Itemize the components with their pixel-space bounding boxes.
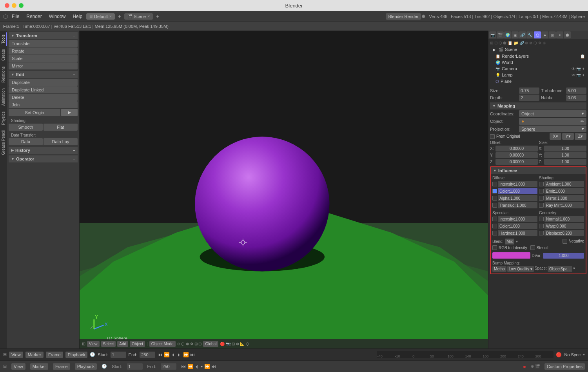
object-edit[interactable]: ✏ (581, 119, 584, 124)
view-button[interactable]: View (87, 341, 100, 347)
menu-file[interactable]: File (9, 13, 22, 20)
start-frame-input[interactable] (111, 352, 126, 358)
specular-color-check[interactable] (492, 224, 497, 228)
geometry-displace-bar[interactable]: Displace: 0.200 (544, 230, 584, 236)
mirror-button[interactable]: Mirror (9, 62, 78, 69)
rtab-particles[interactable]: ✦ (556, 31, 563, 38)
color-swatch[interactable] (492, 252, 530, 259)
minimize-button[interactable] (12, 3, 16, 8)
diffuse-alpha-check[interactable] (492, 196, 497, 201)
rtab-scene[interactable]: 🎬 (497, 31, 504, 38)
menu-render[interactable]: Render (23, 13, 45, 20)
side-tab-create[interactable]: Create (0, 47, 7, 63)
playback-button[interactable]: Playback (65, 352, 88, 358)
tab-scene-close-icon[interactable]: × (147, 14, 150, 18)
bump-quality[interactable]: Low Quality ▾ (507, 266, 534, 272)
specular-intensity-check[interactable] (492, 217, 497, 221)
specular-hardnes-bar[interactable]: Hardnes: 1.000 (498, 230, 537, 236)
lamp-eye[interactable]: 👁 (572, 73, 575, 77)
viewport[interactable]: X Y Z (1) Sphere ⊞ View Select Add Objec… (80, 31, 488, 348)
tab-scene[interactable]: 🎬 Scene × (124, 13, 153, 20)
add-scene-tab-button[interactable]: + (154, 13, 161, 20)
menu-window[interactable]: Window (46, 13, 69, 20)
scene-item-renderlayers[interactable]: 📋 RenderLayers 📋 (490, 53, 586, 59)
side-tab-animation[interactable]: Animation (0, 86, 7, 108)
flat-button[interactable]: Flat (44, 124, 78, 131)
lamp-select[interactable]: ✦ (582, 73, 585, 77)
join-button[interactable]: Join (9, 101, 78, 108)
diffuse-alpha-bar[interactable]: Alpha: 1.000 (498, 195, 537, 201)
geometry-normal-check[interactable] (539, 217, 544, 221)
data-lay-button[interactable]: Data Lay (44, 138, 78, 145)
size-z-value[interactable]: 1.00 (544, 159, 586, 165)
rtab-object[interactable]: ▣ (512, 31, 519, 38)
add-tab-button[interactable]: + (116, 13, 123, 20)
size-y-value[interactable]: 1.00 (544, 152, 586, 158)
duplicate-button[interactable]: Duplicate (9, 79, 78, 86)
smooth-button[interactable]: Smooth (9, 124, 43, 131)
history-header[interactable]: ▶ History – (9, 147, 78, 154)
render-engine-display[interactable]: Blender Render (386, 13, 421, 20)
timeline-ruler[interactable]: -40 -10 0 50 100 140 160 200 240 280 (377, 351, 554, 358)
scene-item-world[interactable]: 🌍 World (490, 59, 586, 66)
translate-button[interactable]: Translate (9, 40, 78, 47)
side-tab-grease-pencil[interactable]: Grease Pencil (0, 128, 7, 157)
object-button[interactable]: Object (130, 341, 145, 347)
geometry-normal-bar[interactable]: Normal: 1.000 (544, 216, 584, 222)
marker-button[interactable]: Marker (25, 352, 44, 358)
status-end-input[interactable] (161, 363, 176, 370)
shading-ray-mirr-check[interactable] (539, 203, 544, 208)
frame-button[interactable]: Frame (46, 352, 63, 358)
size-value[interactable]: 0.75 (519, 88, 539, 94)
scene-item-camera[interactable]: 📷 Camera 👁 📷 ✦ (490, 66, 586, 72)
transform-header[interactable]: ▼ Transform – (9, 32, 78, 39)
tab-close-icon[interactable]: × (109, 14, 112, 18)
rtab-data[interactable]: ⬡ (534, 31, 541, 38)
offset-z-value[interactable]: 0.00000 (495, 159, 538, 165)
lamp-render[interactable]: 📷 (576, 73, 581, 77)
rtab-render[interactable]: 📷 (489, 31, 496, 38)
x-axis-btn[interactable]: X▾ (550, 133, 561, 140)
delete-button[interactable]: Delete (9, 94, 78, 101)
nabla-value[interactable]: 0.03 (566, 95, 586, 101)
object-dropdown[interactable]: ● ✏ (519, 118, 586, 125)
bump-space[interactable]: ObjectSpa... (548, 266, 572, 272)
turbulence-value[interactable]: 5.00 (566, 88, 586, 94)
select-button[interactable]: Select (101, 341, 116, 347)
diffuse-color-check[interactable] (492, 189, 497, 193)
shading-mirror-bar[interactable]: Mirror: 1.000 (544, 195, 584, 201)
specular-intensity-bar[interactable]: Intensity: 1.000 (498, 216, 537, 222)
rtab-constraints[interactable]: 🔗 (519, 31, 526, 38)
end-frame-input[interactable] (140, 352, 155, 358)
shading-emit-check[interactable] (539, 189, 544, 193)
shading-ambient-check[interactable] (539, 182, 544, 186)
status-frame-button[interactable]: Frame (53, 363, 70, 370)
status-marker-button[interactable]: Marker (30, 363, 48, 370)
status-view-button[interactable]: View (11, 363, 25, 370)
rtab-texture[interactable]: ⊞ (549, 31, 556, 38)
side-tab-physics[interactable]: Physics (0, 109, 7, 127)
mapping-header[interactable]: ▼ Mapping (490, 102, 586, 109)
bump-method[interactable]: Metho (492, 266, 506, 272)
scene-item-lamp[interactable]: 💡 Lamp 👁 📷 ✦ (490, 72, 586, 78)
close-button[interactable] (5, 3, 9, 8)
depth-value[interactable]: 2 (519, 95, 539, 101)
tab-default[interactable]: ⊞ Default × (86, 13, 115, 20)
stencil-checkbox[interactable] (530, 245, 535, 250)
status-start-input[interactable] (127, 363, 143, 370)
rtab-material[interactable]: ● (541, 31, 548, 38)
rotate-button[interactable]: Rotate (9, 47, 78, 55)
mode-button[interactable]: Object Mode (149, 341, 176, 347)
data-button[interactable]: Data (9, 138, 43, 145)
shading-mirror-check[interactable] (539, 196, 544, 201)
geometry-warp-bar[interactable]: Warp: 0.000 (544, 223, 584, 229)
custom-properties-button[interactable]: Custom Properties (544, 363, 585, 370)
diffuse-transluc-check[interactable] (492, 203, 497, 208)
rtab-physics[interactable]: ⬟ (564, 31, 571, 38)
shading-ray-mirr-bar[interactable]: Ray Mirr: 1.000 (544, 202, 584, 208)
scene-item-plane[interactable]: ⬡ Plane (490, 78, 586, 84)
rtab-world[interactable]: 🌍 (504, 31, 511, 38)
diffuse-color-bar[interactable]: Color: 1.000 (498, 188, 537, 194)
status-playback-button[interactable]: Playback (75, 363, 97, 370)
projection-dropdown[interactable]: Sphere ▾ (519, 126, 586, 132)
